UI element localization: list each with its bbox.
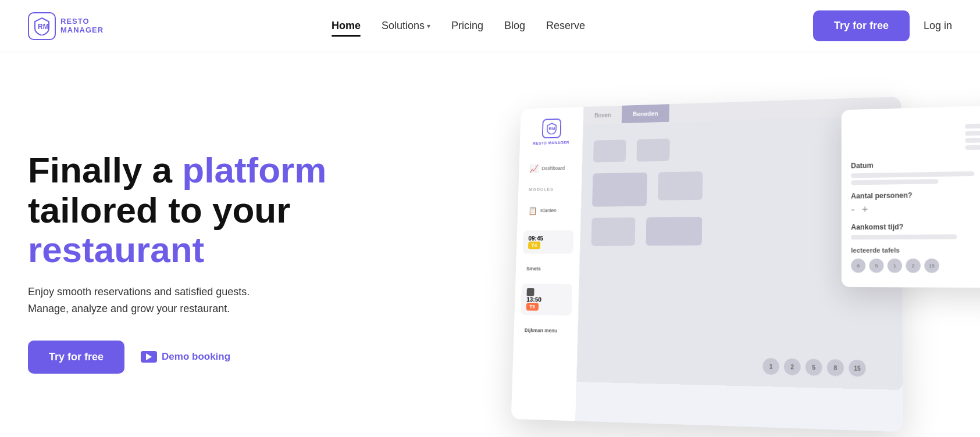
klant-field-3 bbox=[965, 137, 980, 143]
navbar: RM RESTO MANAGER Home Solutions ▾ Pricin… bbox=[0, 0, 980, 52]
klant-field-2 bbox=[965, 130, 980, 135]
svg-text:RM: RM bbox=[38, 23, 49, 31]
guest-name-2: Dijkman menu bbox=[520, 327, 571, 334]
hero-actions: Try for free Demo booking bbox=[28, 341, 377, 374]
hero-section: Finally a platform tailored to your rest… bbox=[0, 52, 980, 437]
table-shape-3 bbox=[592, 173, 647, 207]
table-shape-4 bbox=[658, 171, 703, 200]
sidebar-logo-text: RESTO MANAGER bbox=[533, 140, 569, 146]
hero-content: Finally a platform tailored to your rest… bbox=[28, 151, 377, 373]
hero-illustration: RM RESTO MANAGER 📈 Dashboard MODULES bbox=[491, 87, 980, 436]
table-badge-1: T4 bbox=[528, 242, 540, 249]
logo[interactable]: RM RESTO MANAGER bbox=[28, 12, 104, 40]
tafels-circle-4: 2 bbox=[906, 259, 921, 273]
table-num-2: 2 bbox=[784, 359, 801, 375]
sidebar-modules-label: MODULES bbox=[525, 184, 575, 194]
tafels-label: lecteerde tafels bbox=[851, 246, 980, 254]
nav-home[interactable]: Home bbox=[332, 17, 361, 34]
tafels-circle-5: 15 bbox=[924, 259, 939, 273]
sidebar-logo-icon: RM bbox=[541, 119, 561, 139]
table-numbers: 1 2 5 8 15 bbox=[762, 358, 865, 377]
tafels-circle-3: 1 bbox=[888, 259, 902, 273]
sidebar-dashboard: 📈 Dashboard bbox=[525, 160, 576, 176]
datum-label: Datum bbox=[851, 158, 980, 170]
klant-label: Klant? bbox=[965, 113, 980, 121]
klant-section: Klant? bbox=[842, 104, 980, 152]
table-shape-5 bbox=[591, 217, 635, 246]
datum-field-1 bbox=[851, 171, 974, 178]
table-shape-2 bbox=[636, 138, 669, 162]
logo-icon: RM bbox=[28, 12, 56, 40]
floor-tab-beneden: Beneden bbox=[622, 104, 669, 123]
table-shape-6 bbox=[646, 217, 702, 245]
table-shape-1 bbox=[593, 139, 626, 162]
aantal-stepper: - + bbox=[851, 202, 980, 216]
menu-icon bbox=[526, 288, 534, 296]
booking-form: Datum Aantal personen? - + A bbox=[842, 148, 980, 288]
users-icon: 📋 bbox=[528, 206, 537, 215]
app-mockup: RM RESTO MANAGER 📈 Dashboard MODULES bbox=[500, 82, 980, 437]
klant-field-1 bbox=[965, 123, 980, 129]
hero-try-free-button[interactable]: Try for free bbox=[28, 341, 124, 374]
app-sidebar: RM RESTO MANAGER 📈 Dashboard MODULES bbox=[511, 107, 584, 421]
hero-demo-button[interactable]: Demo booking bbox=[141, 351, 230, 363]
table-num-8: 8 bbox=[827, 359, 844, 377]
table-num-15: 15 bbox=[849, 360, 865, 377]
table-num-1: 1 bbox=[762, 358, 779, 375]
nav-links: Home Solutions ▾ Pricing Blog Reserve bbox=[332, 17, 585, 34]
nav-blog[interactable]: Blog bbox=[504, 17, 525, 34]
datum-section: Datum bbox=[851, 158, 980, 185]
sidebar-klanten: 📋 Klanten bbox=[524, 202, 575, 218]
sidebar-logo: RM RESTO MANAGER bbox=[526, 118, 577, 146]
aantal-label: Aantal personen? bbox=[851, 189, 980, 200]
floor-tab-boven: Boven bbox=[583, 106, 622, 124]
aankomst-field bbox=[851, 234, 957, 239]
booking-panel: Klant? Datum bbox=[842, 104, 980, 288]
nav-try-free-button[interactable]: Try for free bbox=[813, 10, 910, 41]
nav-pricing[interactable]: Pricing bbox=[451, 17, 483, 34]
aankomst-label: Aankomst tijd? bbox=[851, 222, 980, 232]
reservation-card-1: 09:45 T4 bbox=[523, 230, 574, 253]
video-icon bbox=[141, 351, 157, 363]
tafels-circles: 8 5 1 2 15 bbox=[851, 259, 980, 273]
svg-text:RM: RM bbox=[548, 126, 555, 131]
stepper-minus[interactable]: - bbox=[851, 204, 854, 216]
nav-actions: Try for free Log in bbox=[813, 10, 952, 41]
guest-name-1: Smets bbox=[522, 266, 573, 272]
reservation-card-2: 13:50 T6 bbox=[521, 284, 572, 316]
table-num-5: 5 bbox=[806, 359, 822, 376]
chart-icon: 📈 bbox=[529, 164, 539, 173]
hero-title: Finally a platform tailored to your rest… bbox=[28, 151, 377, 270]
aantal-section: Aantal personen? - + bbox=[851, 189, 980, 216]
tafels-circle-2: 5 bbox=[869, 259, 883, 273]
logo-text: RESTO MANAGER bbox=[60, 17, 104, 34]
nav-solutions[interactable]: Solutions ▾ bbox=[382, 17, 430, 34]
nav-reserve[interactable]: Reserve bbox=[546, 17, 585, 34]
tafels-circle-1: 8 bbox=[851, 259, 865, 273]
datum-field-2 bbox=[851, 179, 938, 185]
table-badge-2: T6 bbox=[526, 303, 539, 311]
solutions-dropdown-arrow: ▾ bbox=[427, 22, 430, 30]
klant-field-4 bbox=[965, 144, 980, 150]
nav-login-button[interactable]: Log in bbox=[924, 20, 952, 32]
stepper-plus[interactable]: + bbox=[862, 203, 868, 216]
hero-subtitle: Enjoy smooth reservations and satisfied … bbox=[28, 284, 377, 317]
aankomst-section: Aankomst tijd? bbox=[851, 222, 980, 240]
tafels-section: lecteerde tafels 8 5 1 2 15 bbox=[851, 246, 980, 273]
